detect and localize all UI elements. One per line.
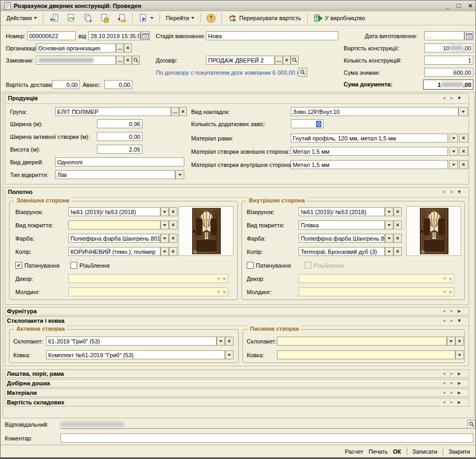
dropdown-icon[interactable] xyxy=(160,234,169,243)
recalc-button[interactable]: Перерахувати вартість xyxy=(224,11,305,25)
clear-icon[interactable]: × xyxy=(459,147,468,156)
section-expanded-icon[interactable]: ▼ xyxy=(457,318,462,323)
stage-field[interactable]: Нова xyxy=(206,31,338,40)
ellipsis-icon[interactable]: ... xyxy=(116,43,124,52)
clear-icon[interactable]: × xyxy=(393,247,402,256)
collapse-right-icon[interactable]: » xyxy=(450,318,453,323)
paint-select[interactable]: Поліефірна фарба Шангрень 8019 xyxy=(299,234,385,243)
write-button[interactable]: Записати xyxy=(412,448,437,455)
dropdown-icon[interactable] xyxy=(385,207,393,216)
magnifier-icon[interactable] xyxy=(298,68,307,77)
help-button[interactable]: ? xyxy=(203,12,219,25)
forging-select[interactable]: Комплект №61-2019 "Гриб" (53) xyxy=(46,350,225,359)
clear-icon[interactable]: × xyxy=(455,337,464,346)
clear-icon[interactable]: × xyxy=(393,220,402,230)
dropdown-icon[interactable] xyxy=(459,107,468,116)
comment-field[interactable] xyxy=(60,434,473,443)
extra-hinges-field[interactable]: 0 xyxy=(291,119,324,128)
clear-icon[interactable]: × xyxy=(169,234,177,243)
dropdown-icon[interactable] xyxy=(385,234,393,243)
group-field[interactable]: ЕЛІТ ПОЛІМЕР xyxy=(55,107,171,116)
close-form-button[interactable]: Закрити xyxy=(448,448,470,455)
collapse-left-icon[interactable]: « xyxy=(443,95,446,101)
clear-icon[interactable]: × xyxy=(124,43,132,52)
collapse-right-icon[interactable]: » xyxy=(450,381,453,386)
datetime-field[interactable]: 28.10.2019 15:35:02 xyxy=(88,31,141,40)
ellipsis-icon[interactable]: ... xyxy=(116,56,124,65)
clear-icon[interactable]: × xyxy=(179,107,187,116)
magnifier-icon[interactable] xyxy=(132,56,140,65)
section-extra-board[interactable] xyxy=(5,379,469,387)
paint-select[interactable]: Поліефірна фарба Шангрень 8019 xyxy=(68,234,160,243)
section-collapsed-icon[interactable]: ► xyxy=(457,400,462,405)
collapse-left-icon[interactable]: « xyxy=(443,189,446,195)
width-field[interactable]: 0,96 xyxy=(97,119,142,128)
contract-debt-link[interactable]: По договору с покупателем долг компании … xyxy=(156,69,303,76)
collapse-right-icon[interactable]: » xyxy=(450,308,453,314)
clear-icon[interactable]: × xyxy=(459,134,468,143)
section-collapsed-icon[interactable]: ► xyxy=(457,371,462,376)
pattern-select[interactable]: №61 (2019)/ №53 (2018) xyxy=(68,207,160,216)
leaf-outer-select[interactable]: Метал 1,5 мм xyxy=(291,147,448,156)
dropdown-icon[interactable] xyxy=(449,147,458,156)
calendar-icon[interactable] xyxy=(464,31,473,40)
active-width-field[interactable]: 0,00 xyxy=(97,132,142,141)
collapse-left-icon[interactable]: « xyxy=(443,381,446,386)
clear-icon[interactable]: × xyxy=(124,56,132,65)
ellipsis-icon[interactable]: ... xyxy=(171,107,179,116)
save-close-button[interactable] xyxy=(46,11,62,25)
clear-icon[interactable]: × xyxy=(393,207,402,216)
collapse-right-icon[interactable]: » xyxy=(450,400,453,405)
dropdown-icon[interactable] xyxy=(449,160,458,169)
dropdown-icon[interactable] xyxy=(455,350,464,359)
clear-icon[interactable]: × xyxy=(459,160,468,169)
dropdown-icon[interactable] xyxy=(447,337,455,346)
magnifier-icon[interactable] xyxy=(291,56,299,65)
goto-button[interactable]: Перейти xyxy=(162,13,198,23)
collapse-left-icon[interactable]: « xyxy=(443,308,446,314)
output-button[interactable] xyxy=(135,11,157,25)
clear-icon[interactable]: × xyxy=(393,234,402,243)
customer-field[interactable] xyxy=(36,56,116,65)
post-button[interactable] xyxy=(96,11,113,25)
section-collapsed-icon[interactable]: ► xyxy=(457,381,462,386)
maximize-button[interactable]: □ xyxy=(457,2,461,10)
advance-field[interactable]: 0,00 xyxy=(104,80,132,89)
dropdown-icon[interactable] xyxy=(160,247,169,256)
clear-icon[interactable]: × xyxy=(169,247,177,256)
collapse-left-icon[interactable]: « xyxy=(443,318,446,323)
reread-button[interactable] xyxy=(62,11,79,25)
section-trim[interactable] xyxy=(5,369,469,378)
discount-field[interactable]: 600,00 xyxy=(424,68,473,77)
section-furniture[interactable] xyxy=(5,307,469,315)
calendar-icon[interactable] xyxy=(141,31,150,40)
qty-field[interactable]: 1 xyxy=(424,56,473,65)
coating-select[interactable] xyxy=(68,220,160,230)
forging-select[interactable] xyxy=(277,350,455,359)
collapse-right-icon[interactable]: » xyxy=(450,95,453,101)
section-expanded-icon[interactable]: ▼ xyxy=(457,95,462,101)
clear-icon[interactable]: × xyxy=(169,220,177,230)
clear-icon[interactable]: × xyxy=(225,337,233,346)
glass-pack-select[interactable]: 61-2019 "Гриб" (53) xyxy=(46,337,217,346)
color-select[interactable]: КОРИЧНЕВИЙ (темн.), полімер xyxy=(68,247,160,256)
door-preview-outer[interactable] xyxy=(178,206,233,256)
actions-button[interactable]: Действия xyxy=(3,13,41,23)
minimize-button[interactable]: _ xyxy=(445,2,449,10)
total-field[interactable]: 1,00 xyxy=(423,80,473,90)
collapse-right-icon[interactable]: » xyxy=(450,189,453,195)
section-components-cost[interactable] xyxy=(5,398,469,407)
section-collapsed-icon[interactable]: ► xyxy=(457,308,462,314)
dropdown-icon[interactable] xyxy=(385,247,393,256)
ok-button[interactable]: ОК xyxy=(393,448,401,455)
coating-select[interactable]: Плівка xyxy=(299,220,385,230)
calc-button[interactable]: Расчет xyxy=(345,448,363,455)
patina-checkbox[interactable]: ✓ xyxy=(15,262,22,269)
collapse-left-icon[interactable]: « xyxy=(443,400,446,405)
collapse-right-icon[interactable]: » xyxy=(450,390,453,395)
door-kind-field[interactable]: Однополі xyxy=(55,157,184,166)
dropdown-icon[interactable] xyxy=(449,134,458,143)
dropdown-icon[interactable] xyxy=(160,207,169,216)
carving-checkbox[interactable] xyxy=(70,262,77,269)
dropdown-icon[interactable] xyxy=(160,220,169,230)
